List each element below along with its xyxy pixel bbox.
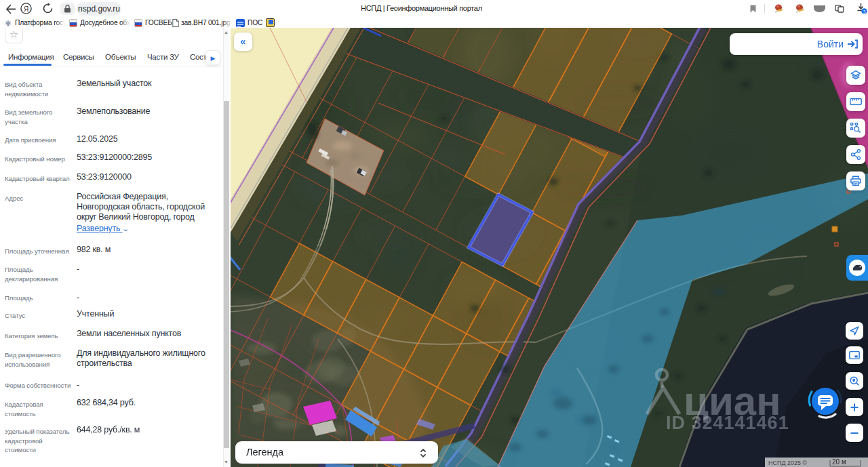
svg-text:3: 3 <box>863 9 866 14</box>
svg-text:ID 324141461: ID 324141461 <box>666 413 789 433</box>
svg-text:Я: Я <box>24 5 28 13</box>
